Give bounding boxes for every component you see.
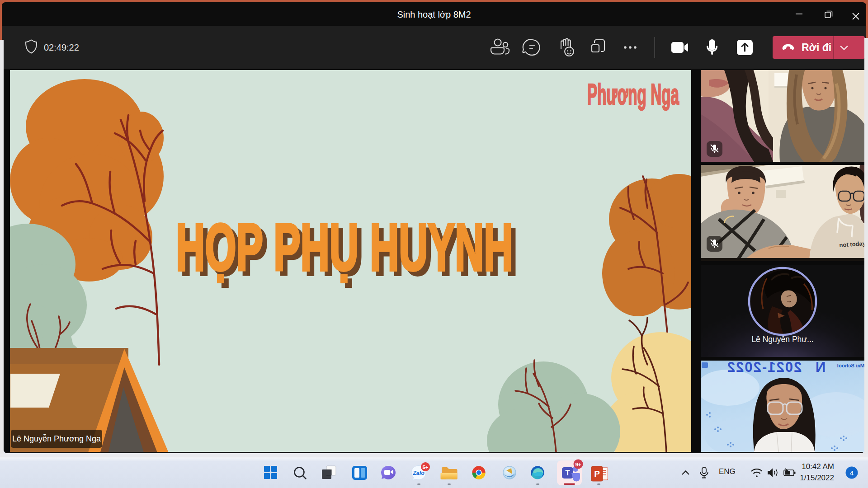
svg-text:T: T (565, 469, 570, 477)
svg-text:P: P (594, 469, 600, 479)
svg-text:5+: 5+ (422, 465, 428, 470)
svg-text:Lê Nguyễn Phư...: Lê Nguyễn Phư... (751, 334, 813, 344)
svg-text:N: N (816, 361, 826, 375)
svg-text:4: 4 (850, 469, 854, 477)
svg-text:Zalo: Zalo (412, 470, 425, 476)
svg-text:9+: 9+ (575, 462, 581, 467)
svg-text:Mai School: Mai School (837, 363, 865, 368)
svg-text:2021-2022: 2021-2022 (726, 361, 802, 375)
